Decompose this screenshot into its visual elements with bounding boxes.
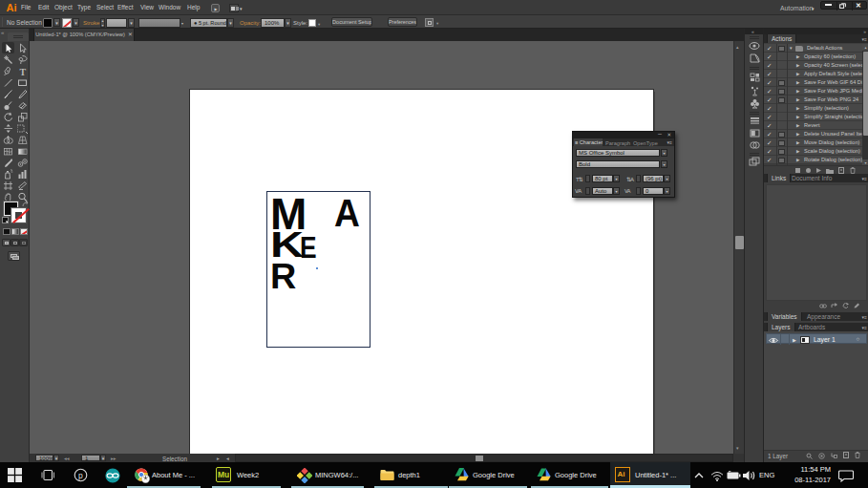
svg-text:p: p: [78, 471, 83, 480]
svg-text:T: T: [20, 66, 27, 76]
